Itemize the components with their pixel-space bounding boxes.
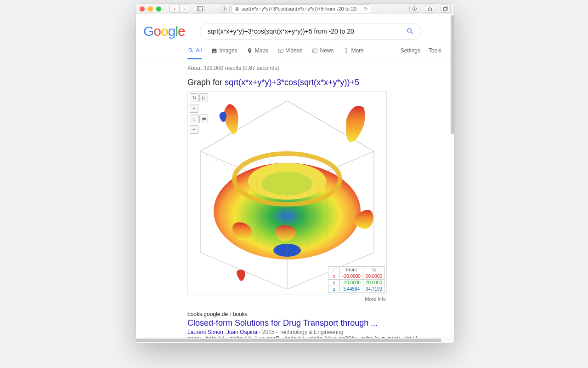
browser-window: ‹ › ⓘ 🔒︎ sqrt(x*x+y*y)+3*cos(sqrt(x*x+y*… (136, 4, 454, 343)
play-button[interactable]: ▷ (199, 93, 208, 102)
pin-icon (247, 47, 253, 54)
svg-point-10 (345, 48, 347, 49)
tab-maps[interactable]: Maps (247, 47, 268, 58)
graph-card: ↻ ▷ + ⌂ ⇄ − (187, 91, 387, 294)
result-breadcrumb[interactable]: books.google.de › books (187, 311, 435, 317)
tab-more[interactable]: More (343, 47, 364, 58)
back-button[interactable]: ‹ (170, 5, 180, 13)
result-title[interactable]: Closed-form Solutions for Drug Transport… (187, 318, 435, 328)
range-table: From To x -20.0000 20.0000 y -20.0000 20… (328, 266, 385, 293)
search-icon (187, 47, 194, 53)
svg-line-17 (232, 170, 234, 171)
search-result: books.google.de › books Closed-form Solu… (187, 311, 435, 342)
graph-toolbar: ↻ ▷ + ⌂ ⇄ − (190, 93, 208, 134)
author-link[interactable]: Juan Ospina (226, 329, 257, 335)
window-controls (140, 6, 161, 12)
svg-line-16 (224, 165, 226, 166)
svg-rect-4 (444, 8, 447, 11)
vertical-scrollbar[interactable] (451, 15, 454, 134)
svg-line-15 (215, 160, 217, 161)
tab-news[interactable]: News (312, 47, 334, 58)
pan-button[interactable]: ⇄ (199, 115, 208, 123)
scrollbar-thumb[interactable] (136, 339, 441, 342)
tab-images[interactable]: Images (211, 47, 237, 58)
result-byline: Laurent Simon, Juan Ospina - 2015 - Tech… (187, 329, 435, 335)
forward-button[interactable]: › (179, 5, 189, 13)
surface-plot[interactable] (188, 92, 386, 294)
reader-button[interactable]: ⓘ (220, 5, 230, 13)
play-icon (277, 47, 284, 54)
tab-all[interactable]: All (187, 47, 202, 59)
axis-picker-icon[interactable] (328, 267, 340, 273)
more-icon (343, 47, 350, 54)
search-box[interactable] (200, 23, 421, 40)
reload-icon[interactable]: ↻ (364, 6, 368, 12)
sidebar-button[interactable] (195, 5, 205, 13)
svg-point-12 (345, 52, 347, 53)
author-link[interactable]: Laurent Simon (187, 329, 223, 335)
search-input[interactable] (207, 27, 406, 35)
downloads-button[interactable] (409, 5, 419, 13)
tabs-button[interactable] (441, 5, 451, 13)
svg-point-11 (345, 50, 347, 52)
page-content: Google All Images Maps (136, 14, 454, 343)
zoom-icon[interactable] (156, 6, 161, 12)
svg-rect-0 (198, 7, 203, 11)
search-icon[interactable] (406, 27, 414, 35)
image-icon (211, 47, 217, 54)
titlebar: ‹ › ⓘ 🔒︎ sqrt(x*x+y*y)+3*cos(sqrt(x*x+y*… (136, 4, 454, 14)
tools-link[interactable]: Tools (429, 47, 441, 54)
settings-link[interactable]: Settings (401, 47, 420, 54)
close-icon[interactable] (140, 6, 145, 12)
url-bar[interactable]: 🔒︎ sqrt(x*x+y*y)+3*cos(sqrt(x*x+y*y))+5 … (232, 4, 371, 13)
horizontal-scrollbar[interactable] (136, 338, 454, 343)
more-info-link[interactable]: More info (187, 294, 386, 302)
minimize-icon[interactable] (148, 6, 153, 12)
url-text: sqrt(x*x+y*y)+3*cos(sqrt(x*x+y*y))+5 fro… (242, 6, 357, 12)
share-button[interactable] (425, 5, 435, 13)
tab-videos[interactable]: Videos (277, 47, 302, 58)
rotate-button[interactable]: ↻ (190, 93, 198, 102)
result-stats: About 329.000 results (0,67 seconds) (187, 65, 435, 71)
search-tabs: All Images Maps Videos News More (136, 40, 454, 59)
news-icon (312, 47, 318, 54)
reset-button[interactable]: ⌂ (190, 115, 198, 123)
lock-icon: 🔒︎ (235, 6, 239, 12)
zoom-out-button[interactable]: − (190, 125, 198, 134)
zoom-in-button[interactable]: + (190, 104, 198, 113)
graph-title: Graph for sqrt(x*x+y*y)+3*cos(sqrt(x*x+y… (187, 78, 435, 87)
google-logo[interactable]: Google (143, 23, 185, 39)
